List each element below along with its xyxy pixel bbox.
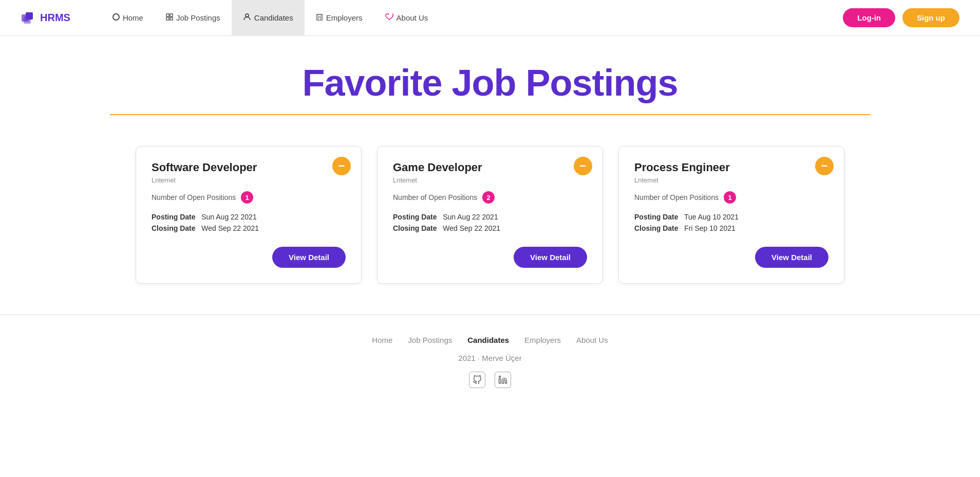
cube-icon: [21, 10, 36, 26]
footer: Home Job Postings Candidates Employers A…: [0, 315, 980, 403]
card-1-closing-label: Closing Date: [152, 224, 196, 232]
card-1-closing-date: Closing Date Wed Sep 22 2021: [152, 224, 346, 232]
footer-links: Home Job Postings Candidates Employers A…: [372, 336, 608, 344]
footer-about-us[interactable]: About Us: [576, 336, 608, 344]
remove-card-2-button[interactable]: −: [574, 157, 592, 175]
card-2-closing-date: Closing Date Wed Sep 22 2021: [393, 224, 587, 232]
card-3-title: Process Engineer: [634, 161, 828, 174]
remove-card-3-button[interactable]: −: [815, 157, 834, 175]
svg-point-13: [499, 376, 501, 378]
card-1-posting-label: Posting Date: [152, 213, 196, 221]
card-3-footer: View Detail: [634, 247, 828, 268]
person-icon: [243, 13, 251, 23]
view-detail-1-button[interactable]: View Detail: [272, 247, 346, 268]
job-card-1: − Software Developer Lntemet Number of O…: [136, 146, 362, 284]
nav-candidates-label: Candidates: [254, 13, 293, 22]
svg-rect-6: [170, 17, 173, 20]
svg-rect-12: [499, 379, 501, 383]
footer-candidates[interactable]: Candidates: [467, 336, 509, 344]
nav-job-postings-label: Job Postings: [176, 13, 220, 22]
main-content: Favorite Job Postings − Software Develop…: [79, 36, 901, 315]
card-3-positions-label: Number of Open Positions: [634, 193, 719, 201]
card-3-positions-row: Number of Open Positions 1: [634, 191, 828, 204]
signup-button[interactable]: Sign up: [902, 8, 959, 27]
nav-employers-label: Employers: [326, 13, 363, 22]
github-icon[interactable]: [469, 372, 485, 388]
card-1-closing-value: Wed Sep 22 2021: [201, 224, 259, 232]
nav-about-us[interactable]: About Us: [374, 0, 440, 36]
job-card-3: − Process Engineer Lntemet Number of Ope…: [618, 146, 844, 284]
card-1-posting-date: Posting Date Sun Aug 22 2021: [152, 213, 346, 221]
building-icon: [316, 13, 323, 22]
card-3-company: Lntemet: [634, 176, 828, 184]
nav-about-us-label: About Us: [397, 13, 428, 22]
card-3-closing-label: Closing Date: [634, 224, 679, 232]
svg-rect-8: [317, 14, 322, 21]
circle-icon: [112, 13, 120, 22]
job-card-2: − Game Developer Lntemet Number of Open …: [377, 146, 603, 284]
card-1-positions-row: Number of Open Positions 1: [152, 191, 346, 204]
card-2-closing-value: Wed Sep 22 2021: [443, 224, 500, 232]
card-3-closing-value: Fri Sep 10 2021: [684, 224, 736, 232]
view-detail-2-button[interactable]: View Detail: [514, 247, 587, 268]
cards-container: − Software Developer Lntemet Number of O…: [110, 136, 870, 315]
card-3-closing-date: Closing Date Fri Sep 10 2021: [634, 224, 828, 232]
card-2-company: Lntemet: [393, 176, 587, 184]
card-1-positions-badge: 1: [241, 191, 253, 204]
card-2-posting-value: Sun Aug 22 2021: [443, 213, 498, 221]
card-1-title: Software Developer: [152, 161, 346, 174]
card-1-positions-label: Number of Open Positions: [152, 193, 236, 201]
card-3-posting-date: Posting Date Tue Aug 10 2021: [634, 213, 828, 221]
card-2-closing-label: Closing Date: [393, 224, 437, 232]
card-2-positions-row: Number of Open Positions 2: [393, 191, 587, 204]
card-2-posting-label: Posting Date: [393, 213, 437, 221]
grid-icon: [166, 13, 173, 22]
navbar: HRMS Home Job Postings Candidates Employ…: [0, 0, 980, 36]
footer-home[interactable]: Home: [372, 336, 392, 344]
heart-icon: [385, 13, 393, 22]
svg-rect-2: [24, 16, 31, 24]
nav-home-label: Home: [123, 13, 143, 22]
card-2-positions-badge: 2: [482, 191, 495, 204]
svg-rect-3: [166, 14, 169, 16]
login-button[interactable]: Log-in: [843, 8, 895, 27]
footer-copyright: 2021 · Merve Üçer: [458, 354, 521, 362]
page-title: Favorite Job Postings: [110, 36, 870, 114]
svg-rect-9: [318, 17, 321, 21]
card-1-posting-value: Sun Aug 22 2021: [201, 213, 256, 221]
remove-card-1-button[interactable]: −: [332, 157, 351, 175]
nav-links: Home Job Postings Candidates Employers A…: [101, 0, 843, 36]
card-2-positions-label: Number of Open Positions: [393, 193, 477, 201]
card-1-company: Lntemet: [152, 176, 346, 184]
linkedin-icon[interactable]: [495, 372, 511, 388]
svg-rect-4: [170, 14, 173, 16]
card-2-footer: View Detail: [393, 247, 587, 268]
footer-employers[interactable]: Employers: [524, 336, 561, 344]
brand-name: HRMS: [40, 12, 70, 24]
nav-job-postings[interactable]: Job Postings: [155, 0, 232, 36]
view-detail-3-button[interactable]: View Detail: [755, 247, 828, 268]
card-3-positions-badge: 1: [724, 191, 736, 204]
card-3-posting-label: Posting Date: [634, 213, 679, 221]
svg-rect-5: [166, 17, 169, 20]
nav-home[interactable]: Home: [101, 0, 155, 36]
brand-logo[interactable]: HRMS: [21, 10, 70, 26]
title-divider: [110, 114, 870, 115]
card-3-posting-value: Tue Aug 10 2021: [684, 213, 739, 221]
card-2-posting-date: Posting Date Sun Aug 22 2021: [393, 213, 587, 221]
svg-point-7: [246, 14, 249, 17]
card-2-title: Game Developer: [393, 161, 587, 174]
nav-employers[interactable]: Employers: [305, 0, 374, 36]
nav-actions: Log-in Sign up: [843, 8, 959, 27]
footer-job-postings[interactable]: Job Postings: [408, 336, 452, 344]
nav-candidates[interactable]: Candidates: [232, 0, 305, 36]
footer-social-icons: [469, 372, 511, 388]
card-1-footer: View Detail: [152, 247, 346, 268]
